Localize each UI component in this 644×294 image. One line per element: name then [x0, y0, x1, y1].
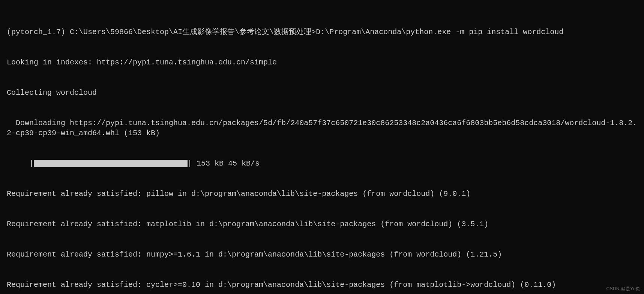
progress-bar	[34, 160, 188, 167]
requirement-line: Requirement already satisfied: matplotli…	[7, 219, 638, 229]
terminal-output[interactable]: (pytorch_1.7) C:\Users\59866\Desktop\AI生…	[0, 0, 644, 294]
collecting-line: Collecting wordcloud	[7, 88, 638, 98]
progress-prefix: |	[7, 159, 34, 168]
progress-line: || 153 kB 45 kB/s	[7, 158, 638, 169]
requirement-line: Requirement already satisfied: cycler>=0…	[7, 280, 638, 290]
conda-env: (pytorch_1.7)	[7, 28, 65, 36]
requirement-line: Requirement already satisfied: pillow in…	[7, 189, 638, 199]
command-text: D:\Program\Anaconda\python.exe -m pip in…	[316, 28, 563, 36]
watermark: CSDN @是Yu欸	[606, 286, 640, 292]
cwd-path: C:\Users\59866\Desktop\AI生成影像学报告\参考论文\数据…	[70, 28, 311, 36]
downloading-line: Downloading https://pypi.tuna.tsinghua.e…	[7, 118, 638, 138]
looking-indexes: Looking in indexes: https://pypi.tuna.ts…	[7, 57, 638, 67]
progress-suffix: | 153 kB 45 kB/s	[188, 159, 260, 168]
prompt-line: (pytorch_1.7) C:\Users\59866\Desktop\AI生…	[7, 27, 638, 37]
requirement-line: Requirement already satisfied: numpy>=1.…	[7, 249, 638, 260]
